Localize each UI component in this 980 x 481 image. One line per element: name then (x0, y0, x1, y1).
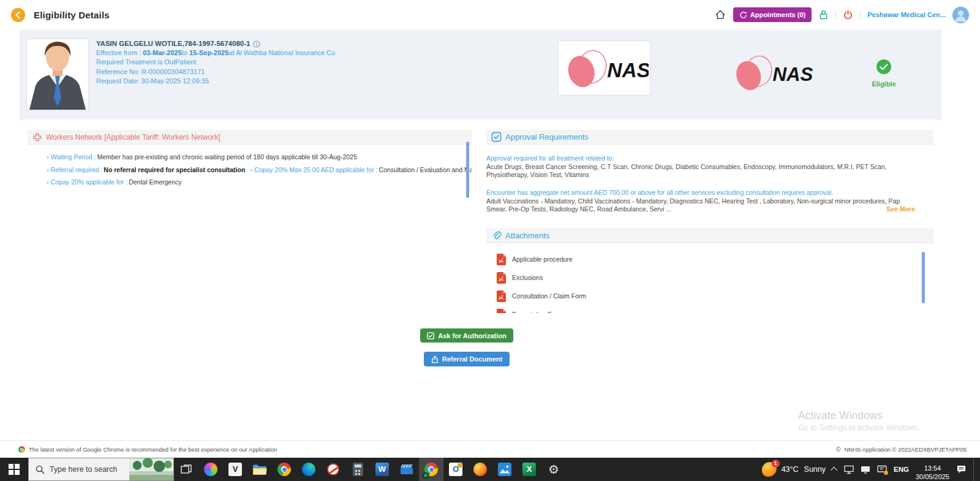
info-icon[interactable] (253, 40, 260, 48)
taskbar-outlook-icon[interactable]: O (443, 458, 468, 481)
taskbar-calculator-icon[interactable] (345, 458, 370, 481)
attachments-list: Applicable procedureExclusionsConsultati… (486, 243, 933, 313)
taskbar-search[interactable] (28, 458, 174, 481)
approval-group: Approval required for all treatment rela… (486, 154, 933, 179)
attachment-label: Applicable procedure (512, 256, 573, 263)
taskbar-v-player-icon[interactable]: V (223, 458, 247, 481)
watermark-line2: Go to Settings to activate Windows. (798, 423, 919, 432)
reference-line: Reference No: R-000000304873171 (96, 67, 337, 77)
tray-expand-icon[interactable] (831, 467, 837, 474)
attachment-item[interactable]: Applicable procedure (496, 250, 933, 268)
patient-photo (26, 39, 89, 110)
benefit-label: Referral required : (51, 166, 103, 173)
insurer-logo: NAS (722, 47, 818, 98)
network-benefit-row: ›Waiting Period :Member has pre-existing… (47, 153, 472, 161)
benefit-label: Copay 20% Max 25.00 AED applicable for : (254, 166, 377, 173)
weather-icon: 1 (762, 462, 777, 477)
referral-document-button[interactable]: Referral Document (424, 352, 510, 366)
taskbar-media-cutter-icon[interactable] (321, 458, 345, 481)
start-button[interactable] (0, 458, 28, 481)
network-scrollbar[interactable] (466, 142, 469, 198)
share-upload-icon (431, 355, 439, 363)
search-input[interactable] (50, 465, 129, 474)
taskbar-excel-icon[interactable]: X (517, 458, 541, 481)
see-more-link[interactable]: See More (886, 205, 915, 213)
insurer-logo-card: NAS (558, 40, 650, 96)
approval-section-header: Approval Requirements (486, 130, 933, 145)
facility-name-link[interactable]: Peshawar Medical Cen... (867, 11, 946, 18)
patient-banner: YASIN GELGELU WOTILE,784-1997-5674080-1 … (20, 29, 941, 119)
taskbar-word-icon[interactable]: W (370, 458, 394, 481)
checkbox-icon (491, 132, 502, 142)
weather-temp: 43°C (782, 465, 799, 474)
page-title: Eligibility Details (34, 10, 110, 20)
clock-time: 13:54 (916, 464, 949, 472)
ask-authorization-button[interactable]: Ask for Authorization (420, 328, 513, 343)
check-circle-icon (876, 59, 892, 75)
weather-condition: Sunny (804, 465, 826, 474)
home-icon[interactable] (714, 9, 726, 21)
appointments-button[interactable]: Appointments (0) (733, 7, 812, 22)
activate-windows-watermark: Activate Windows Go to Settings to activ… (798, 409, 919, 432)
approval-group-body: Acute Drugs, Breast Cancer Screening, C.… (486, 163, 933, 179)
footer-version: NNHS Application © 2022AEDXBVPJETAPP05 (844, 446, 967, 453)
taskbar-chrome-active-icon[interactable] (419, 458, 443, 481)
update-tray-icon[interactable] (877, 465, 887, 474)
taskbar-chrome-icon[interactable] (272, 458, 296, 481)
vm-tray-icon[interactable] (844, 465, 854, 474)
attachment-label: Prescription Form (512, 311, 563, 313)
taskbar-clock[interactable]: 13:54 30/05/2025 (916, 458, 949, 481)
sync-icon (739, 11, 747, 19)
patient-name: YASIN GELGELU WOTILE,784-1997-5674080-1 (96, 39, 250, 48)
chrome-icon (18, 446, 25, 453)
approval-requirements-body: Approval required for all treatment rela… (486, 154, 933, 213)
referral-document-label: Referral Document (442, 355, 502, 363)
show-desktop-button[interactable] (973, 458, 976, 481)
back-button[interactable] (11, 8, 25, 22)
taskbar-edge-icon[interactable] (296, 458, 321, 481)
copyright-icon: © (836, 446, 840, 453)
user-avatar[interactable] (952, 7, 969, 23)
approval-group-body: Adult Vaccinations - Mandatory, Child Va… (486, 197, 933, 213)
attachment-item[interactable]: Consultation / Claim Form (496, 287, 933, 305)
attachments-section-title: Attachments (505, 231, 549, 240)
network-benefit-row: ›Referral required :No referral required… (47, 166, 472, 173)
benefit-value: Consultation / Evaluation and Management… (379, 166, 472, 173)
taskbar-firefox-icon[interactable] (468, 458, 492, 481)
search-highlight-image[interactable] (129, 458, 173, 480)
language-indicator[interactable]: ENG (894, 466, 909, 473)
approval-group: Encounter has aggregate net amount AED 7… (486, 189, 933, 213)
chevron-right-icon: › (47, 166, 49, 173)
attachment-item[interactable]: Prescription Form (496, 305, 933, 313)
taskbar-photos-icon[interactable] (492, 458, 517, 481)
network-section: Workers Network [Applicable Tariff: Work… (28, 130, 472, 214)
attachments-scrollbar[interactable] (922, 252, 925, 303)
app-footer: The latest version of Google Chrome is r… (0, 440, 980, 458)
action-center-icon[interactable] (956, 464, 967, 474)
windows-taskbar: VWOX⚙ 1 43°C Sunny ENG 13:54 30/05/2025 (0, 458, 980, 481)
clock-date: 30/05/2025 (916, 472, 949, 481)
display-tray-icon[interactable] (861, 465, 870, 474)
pdf-file-icon (496, 253, 507, 266)
taskbar-task-view-icon[interactable] (174, 458, 198, 481)
taskbar-settings-icon[interactable]: ⚙ (541, 458, 566, 481)
pdf-file-icon (496, 308, 507, 314)
attachment-item[interactable]: Exclusions (496, 268, 933, 287)
power-icon[interactable] (843, 9, 853, 20)
patient-name-line: YASIN GELGELU WOTILE,784-1997-5674080-1 (96, 39, 337, 48)
request-date-line: Request Date: 30-May-2025 12:09:35 (96, 77, 337, 86)
search-icon (36, 465, 45, 474)
taskbar-copilot-icon[interactable] (198, 458, 223, 481)
weather-badge: 1 (772, 460, 780, 468)
medical-cross-icon (32, 132, 42, 142)
taskbar-pinned-icons: VWOX⚙ (174, 458, 566, 481)
taskbar-file-explorer-icon[interactable] (247, 458, 272, 481)
pdf-file-icon (496, 290, 507, 303)
insurer-logo-text: NAS (607, 59, 649, 81)
eligibility-status-label: Eligible (864, 80, 903, 88)
taskbar-video-editor-icon[interactable] (394, 458, 419, 481)
ask-authorization-label: Ask for Authorization (438, 332, 506, 339)
weather-widget[interactable]: 1 43°C Sunny (762, 462, 826, 477)
appointments-label: Appointments (0) (750, 11, 805, 18)
lock-icon[interactable] (818, 9, 829, 20)
